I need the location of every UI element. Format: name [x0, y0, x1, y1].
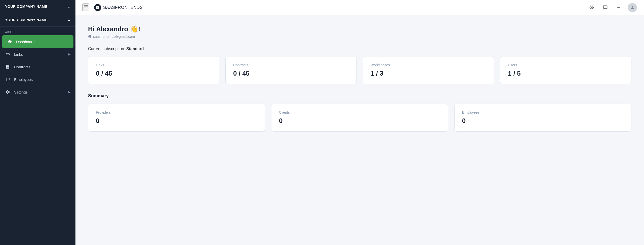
company-name-bottom: YOUR COMPANY NAME [5, 18, 47, 22]
sidebar-item-label: Settings [14, 90, 28, 94]
links-card-value: 0 / 45 [96, 70, 212, 77]
summary-title: Summary [88, 93, 631, 99]
workspaces-card: Workspaces 1 / 3 [363, 56, 494, 84]
company-name-top: YOUR COMPANY NAME [5, 5, 47, 9]
sidebar-item-label: Contracts [14, 65, 30, 69]
topbar: SAASFRONTENDS [75, 0, 644, 15]
welcome-section: Hi Alexandro 👋! saasfrontends@gmail.com [88, 25, 631, 39]
summary-cards: Providers 0 Clients 0 Employees 0 [88, 104, 631, 132]
company-switcher-top[interactable]: YOUR COMPANY NAME ⌄ [0, 0, 75, 13]
logo-regular: FRONTENDS [115, 5, 143, 10]
links-card-label: Links [96, 63, 212, 67]
chevron-down-icon: ⌄ [67, 5, 71, 9]
usage-cards: Links 0 / 45 Contracts 0 / 45 Workspaces… [88, 56, 631, 84]
sidebar: YOUR COMPANY NAME ⌄ YOUR COMPANY NAME ⌄ … [0, 0, 75, 245]
sidebar-item-label: Employees [14, 77, 33, 82]
app-logo: SAASFRONTENDS [94, 4, 143, 11]
logo-bold: SAAS [103, 5, 115, 10]
sidebar-nav: Dashboard Links ▶ Contracts [0, 35, 75, 98]
workspaces-card-value: 1 / 3 [371, 70, 486, 77]
providers-card: Providers 0 [88, 104, 265, 132]
message-button[interactable] [601, 3, 610, 12]
main-area: SAASFRONTENDS [75, 0, 644, 245]
contracts-card: Contracts 0 / 45 [225, 56, 357, 84]
main-content: Hi Alexandro 👋! saasfrontends@gmail.com … [75, 15, 644, 245]
sidebar-item-links[interactable]: Links ▶ [0, 48, 75, 60]
clients-card-label: Clients [279, 110, 440, 114]
employees-card-value: 0 [462, 117, 624, 125]
welcome-title: Hi Alexandro 👋! [88, 25, 631, 33]
clients-card: Clients 0 [271, 104, 448, 132]
subscription-label: Current subscription: Standard [88, 47, 631, 51]
sidebar-item-contracts[interactable]: Contracts [0, 60, 75, 73]
subscription-plan: Standard [126, 47, 144, 51]
contracts-card-value: 0 / 45 [233, 70, 349, 77]
sidebar-section-app: APP [0, 27, 75, 35]
sidebar-item-employees[interactable]: Employees [0, 73, 75, 86]
email-text: saasfrontends@gmail.com [93, 35, 135, 39]
employees-card: Employees 0 [454, 104, 631, 132]
sidebar-item-label: Links [14, 52, 23, 56]
company-switcher-bottom[interactable]: YOUR COMPANY NAME ⌄ [0, 13, 75, 27]
sidebar-item-settings[interactable]: Settings ▶ [0, 86, 75, 98]
welcome-email: saasfrontends@gmail.com [88, 35, 631, 39]
sidebar-item-label: Dashboard [16, 40, 34, 44]
workspaces-card-label: Workspaces [371, 63, 486, 67]
users-card-label: Users [508, 63, 624, 67]
user-avatar[interactable] [628, 3, 637, 12]
chevron-right-icon: ▶ [68, 90, 70, 94]
chevron-right-icon: ▶ [68, 53, 70, 56]
add-button[interactable] [614, 3, 623, 12]
clients-card-value: 0 [279, 117, 440, 125]
topbar-actions [587, 3, 637, 12]
providers-card-value: 0 [96, 117, 257, 125]
chevron-down-icon: ⌄ [67, 18, 71, 22]
hamburger-button[interactable] [83, 4, 89, 11]
links-card: Links 0 / 45 [88, 56, 219, 84]
users-card-value: 1 / 5 [508, 70, 624, 77]
subscription-prefix: Current subscription: [88, 47, 126, 51]
employee-icon [5, 77, 11, 82]
users-card: Users 1 / 5 [500, 56, 631, 84]
link-icon [5, 51, 11, 57]
logo-text: SAASFRONTENDS [103, 5, 143, 10]
contracts-card-label: Contracts [233, 63, 349, 67]
providers-card-label: Providers [96, 110, 257, 114]
employees-card-label: Employees [462, 110, 624, 114]
contract-icon [5, 64, 11, 70]
link-button[interactable] [587, 3, 596, 12]
sidebar-item-dashboard[interactable]: Dashboard [2, 35, 73, 48]
logo-icon [94, 4, 101, 11]
home-icon [7, 39, 13, 44]
settings-icon [5, 89, 11, 95]
